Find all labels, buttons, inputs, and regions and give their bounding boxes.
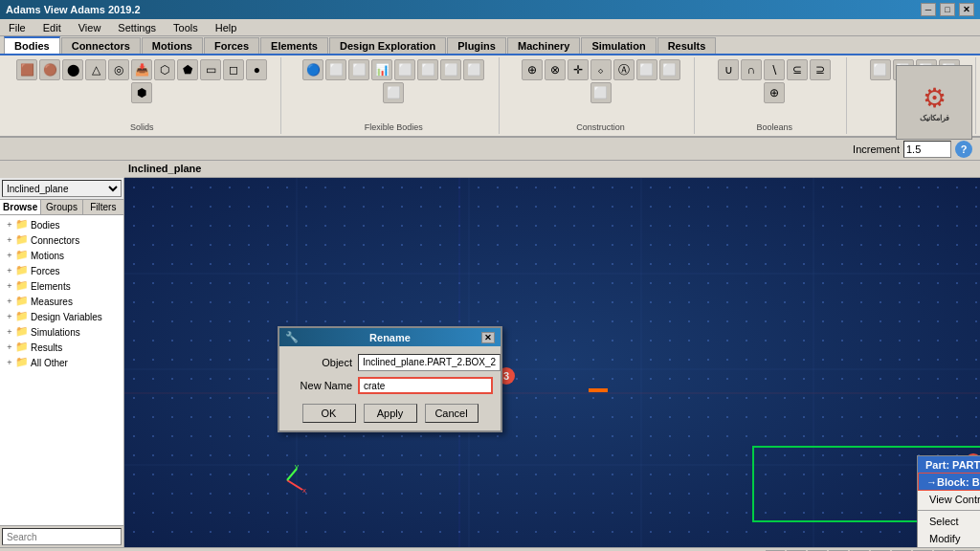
- bool-icon-5[interactable]: ⊇: [810, 59, 831, 80]
- expand-simulations[interactable]: +: [4, 326, 15, 338]
- forces-folder-icon: 📁: [15, 264, 29, 277]
- tree-item-bodies[interactable]: + 📁 Bodies: [2, 217, 122, 232]
- cancel-button[interactable]: Cancel: [425, 404, 479, 423]
- expand-bodies[interactable]: +: [4, 219, 15, 231]
- tab-plugins[interactable]: Plugins: [447, 37, 506, 54]
- flex-icon-3[interactable]: ⬜: [348, 59, 369, 80]
- model-dropdown[interactable]: Inclined_plane: [2, 180, 122, 197]
- minimize-button[interactable]: ─: [921, 3, 936, 16]
- cm-item-view-control[interactable]: View Control ▶: [918, 491, 980, 508]
- const-icon-4[interactable]: ⬦: [590, 59, 612, 80]
- help-button[interactable]: ?: [955, 141, 972, 158]
- flex-icon-4[interactable]: 📊: [371, 59, 392, 80]
- const-icon-6[interactable]: ⬜: [636, 59, 657, 80]
- menu-edit[interactable]: Edit: [38, 21, 66, 34]
- apply-button[interactable]: Apply: [364, 404, 417, 423]
- increment-input[interactable]: 1.5: [903, 141, 951, 158]
- menu-tools[interactable]: Tools: [168, 21, 203, 34]
- maximize-button[interactable]: □: [940, 3, 955, 16]
- stab-groups[interactable]: Groups: [41, 200, 82, 214]
- const-icon-5[interactable]: Ⓐ: [613, 59, 635, 80]
- tab-simulation[interactable]: Simulation: [581, 37, 656, 54]
- const-icon-3[interactable]: ✛: [568, 59, 589, 80]
- menu-help[interactable]: Help: [211, 21, 242, 34]
- solid-plate-icon[interactable]: ▭: [200, 59, 221, 80]
- solid-import-icon[interactable]: 📥: [131, 59, 152, 80]
- newname-input[interactable]: [358, 377, 493, 394]
- tree-item-measures[interactable]: + 📁 Measures: [2, 294, 122, 309]
- bool-icon-1[interactable]: ∪: [718, 59, 739, 80]
- tab-bodies[interactable]: Bodies: [4, 36, 60, 54]
- tree-item-results[interactable]: + 📁 Results: [2, 340, 122, 355]
- tree-item-forces[interactable]: + 📁 Forces: [2, 263, 122, 278]
- tree-item-elements[interactable]: + 📁 Elements: [2, 278, 122, 294]
- menu-file[interactable]: File: [4, 21, 31, 34]
- solid-ellipsoid-icon[interactable]: ⬟: [177, 59, 198, 80]
- expand-forces[interactable]: +: [4, 265, 15, 276]
- const-icon-7[interactable]: ⬜: [659, 59, 680, 80]
- expand-elements[interactable]: +: [4, 280, 15, 292]
- flex-icon-1[interactable]: 🔵: [302, 59, 323, 80]
- close-button[interactable]: ✕: [959, 3, 974, 16]
- flex-icon-8[interactable]: ⬜: [463, 59, 484, 80]
- const-icon-8[interactable]: ⬜: [590, 82, 612, 103]
- ok-button[interactable]: OK: [302, 404, 356, 423]
- all-other-folder-icon: 📁: [15, 356, 29, 369]
- dialog-close-icon[interactable]: ✕: [481, 332, 495, 343]
- stab-filters[interactable]: Filters: [83, 200, 123, 214]
- tab-elements[interactable]: Elements: [260, 37, 328, 54]
- expand-connectors[interactable]: +: [4, 234, 15, 246]
- expand-dv[interactable]: +: [4, 311, 15, 322]
- tab-design-exploration[interactable]: Design Exploration: [329, 37, 446, 54]
- context-menu: Part: PART_2 ▶ →Block: BOX_2 ▶ View Cont…: [917, 455, 980, 547]
- expand-motions[interactable]: +: [4, 250, 15, 261]
- flex-icon-6[interactable]: ⬜: [417, 59, 438, 80]
- dialog-object-row: Object Inclined_plane.PART_2.BOX_2: [287, 354, 493, 371]
- solid-extra-icon[interactable]: ⬢: [131, 82, 152, 103]
- stab-browse[interactable]: Browse: [0, 200, 41, 214]
- flex-icon-9[interactable]: ⬜: [383, 82, 404, 103]
- const-icon-2[interactable]: ⊗: [545, 59, 566, 80]
- menu-view[interactable]: View: [74, 21, 106, 34]
- tree-item-connectors[interactable]: + 📁 Connectors: [2, 232, 122, 248]
- svg-line-9: [287, 480, 302, 490]
- bool-icon-6[interactable]: ⊕: [764, 82, 785, 103]
- solid-extrude-icon[interactable]: ⬡: [154, 59, 175, 80]
- flex-icon-5[interactable]: ⬜: [394, 59, 415, 80]
- cm-item-modify[interactable]: Modify: [918, 530, 980, 547]
- tab-forces[interactable]: Forces: [204, 37, 259, 54]
- tree-item-design-variables[interactable]: + 📁 Design Variables: [2, 309, 122, 324]
- cm-item-select[interactable]: Select: [918, 513, 980, 530]
- search-input[interactable]: [2, 528, 122, 545]
- motions-label: Motions: [31, 251, 64, 261]
- bool-icon-3[interactable]: ∖: [764, 59, 785, 80]
- const-icon-1[interactable]: ⊕: [522, 59, 543, 80]
- solid-torus-icon[interactable]: ◎: [108, 59, 129, 80]
- solid-shell-icon[interactable]: ◻: [223, 59, 244, 80]
- expand-all-other[interactable]: +: [4, 357, 15, 368]
- bool-icon-2[interactable]: ∩: [741, 59, 762, 80]
- solid-frustum-icon[interactable]: △: [85, 59, 106, 80]
- tree-item-motions[interactable]: + 📁 Motions: [2, 248, 122, 263]
- menu-settings[interactable]: Settings: [113, 21, 161, 34]
- tree-item-simulations[interactable]: + 📁 Simulations: [2, 324, 122, 340]
- solid-sphere-icon[interactable]: 🟤: [39, 59, 60, 80]
- tab-connectors[interactable]: Connectors: [61, 37, 141, 54]
- flex-icon-7[interactable]: ⬜: [440, 59, 461, 80]
- tab-results[interactable]: Results: [657, 37, 717, 54]
- expand-measures[interactable]: +: [4, 296, 15, 307]
- viewport[interactable]: x y 1 2 Part: PART_2 ▶ →Block: BOX_2 ▶ V…: [124, 178, 980, 547]
- bool-icon-4[interactable]: ⊆: [787, 59, 808, 80]
- tree-item-all-other[interactable]: + 📁 All Other: [2, 355, 122, 370]
- solid-point-mass-icon[interactable]: ●: [246, 59, 267, 80]
- svg-text:y: y: [295, 462, 299, 471]
- tab-motions[interactable]: Motions: [142, 37, 203, 54]
- expand-results[interactable]: +: [4, 342, 15, 353]
- feat-icon-1[interactable]: ⬜: [870, 59, 891, 80]
- solid-cylinder-icon[interactable]: ⬤: [62, 59, 83, 80]
- cm-header-block[interactable]: →Block: BOX_2 ▶: [918, 473, 980, 491]
- solid-box-icon[interactable]: 🟫: [16, 59, 37, 80]
- cm-header-part[interactable]: Part: PART_2 ▶: [918, 456, 980, 473]
- flex-icon-2[interactable]: ⬜: [325, 59, 346, 80]
- tab-machinery[interactable]: Machinery: [507, 37, 580, 54]
